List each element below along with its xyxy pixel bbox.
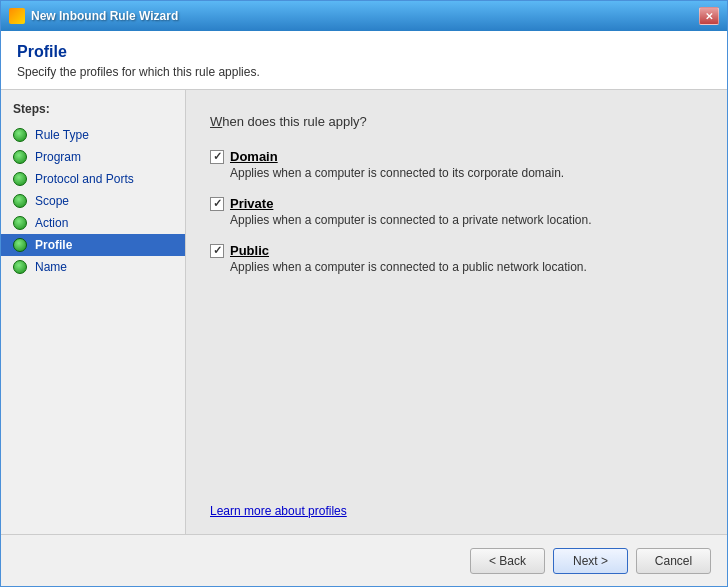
wizard-content: Profile Specify the profiles for which t… (1, 31, 727, 586)
step-label-profile: Profile (35, 238, 72, 252)
next-button[interactable]: Next > (553, 548, 628, 574)
question-rest: hen does this rule apply? (222, 114, 367, 129)
titlebar-icon (9, 8, 25, 24)
domain-label: Domain (230, 149, 278, 164)
step-label-protocol-ports: Protocol and Ports (35, 172, 134, 186)
step-label-rule-type: Rule Type (35, 128, 89, 142)
step-dot-action (13, 216, 27, 230)
titlebar-buttons: ✕ (699, 7, 719, 25)
option-domain: Domain Applies when a computer is connec… (210, 149, 703, 180)
step-dot-program (13, 150, 27, 164)
step-dot-protocol-ports (13, 172, 27, 186)
private-checkbox[interactable] (210, 197, 224, 211)
options-group: Domain Applies when a computer is connec… (210, 149, 703, 274)
step-label-program: Program (35, 150, 81, 164)
step-dot-name (13, 260, 27, 274)
step-dot-rule-type (13, 128, 27, 142)
sidebar-item-protocol-ports[interactable]: Protocol and Ports (1, 168, 185, 190)
question-text: When does this rule apply? (210, 114, 703, 129)
wizard-footer: < Back Next > Cancel (1, 534, 727, 586)
option-public-header: Public (210, 243, 703, 258)
domain-checkbox[interactable] (210, 150, 224, 164)
step-label-scope: Scope (35, 194, 69, 208)
sidebar-item-profile[interactable]: Profile (1, 234, 185, 256)
wizard-header: Profile Specify the profiles for which t… (1, 31, 727, 90)
wizard-window: New Inbound Rule Wizard ✕ Profile Specif… (0, 0, 728, 587)
public-description: Applies when a computer is connected to … (230, 260, 703, 274)
sidebar-item-name[interactable]: Name (1, 256, 185, 278)
public-checkbox[interactable] (210, 244, 224, 258)
close-button[interactable]: ✕ (699, 7, 719, 25)
titlebar-title: New Inbound Rule Wizard (31, 9, 693, 23)
page-title: Profile (17, 43, 711, 61)
domain-description: Applies when a computer is connected to … (230, 166, 703, 180)
public-label: Public (230, 243, 269, 258)
cancel-button[interactable]: Cancel (636, 548, 711, 574)
private-description: Applies when a computer is connected to … (230, 213, 703, 227)
back-button[interactable]: < Back (470, 548, 545, 574)
sidebar-item-rule-type[interactable]: Rule Type (1, 124, 185, 146)
option-public: Public Applies when a computer is connec… (210, 243, 703, 274)
option-private: Private Applies when a computer is conne… (210, 196, 703, 227)
step-label-action: Action (35, 216, 68, 230)
step-dot-scope (13, 194, 27, 208)
sidebar-item-action[interactable]: Action (1, 212, 185, 234)
option-private-header: Private (210, 196, 703, 211)
wizard-body: Steps: Rule Type Program Protocol and Po… (1, 90, 727, 534)
step-dot-profile (13, 238, 27, 252)
sidebar-item-program[interactable]: Program (1, 146, 185, 168)
question-underline-w: W (210, 114, 222, 129)
main-area: When does this rule apply? Domain Applie… (186, 90, 727, 534)
titlebar: New Inbound Rule Wizard ✕ (1, 1, 727, 31)
option-domain-header: Domain (210, 149, 703, 164)
sidebar-item-scope[interactable]: Scope (1, 190, 185, 212)
steps-label: Steps: (1, 102, 185, 124)
private-label: Private (230, 196, 273, 211)
learn-more-link[interactable]: Learn more about profiles (210, 488, 703, 518)
step-label-name: Name (35, 260, 67, 274)
page-subtitle: Specify the profiles for which this rule… (17, 65, 711, 79)
sidebar: Steps: Rule Type Program Protocol and Po… (1, 90, 186, 534)
